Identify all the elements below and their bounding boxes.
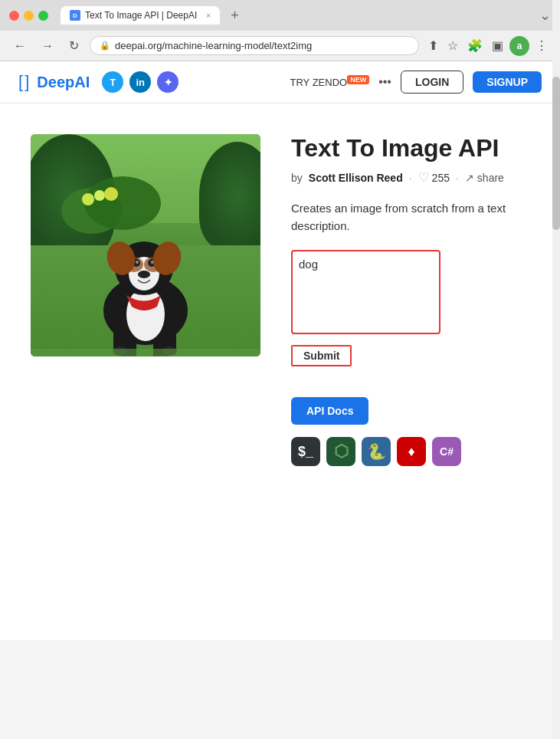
svg-point-2	[82, 193, 94, 205]
browser-titlebar: D Text To Image API | DeepAI × + ⌄	[0, 0, 560, 31]
logo-text: DeepAI	[37, 74, 90, 91]
login-button[interactable]: LOGIN	[401, 71, 463, 94]
minimize-window-button[interactable]	[24, 11, 34, 21]
svg-rect-26	[31, 349, 260, 356]
site-header: [ ] DeepAI T in ✦ TRY ZENDONEW ••• LOGIN…	[0, 61, 560, 103]
url-text: deepai.org/machine-learning-model/text2i…	[115, 40, 312, 51]
bookmark-button[interactable]: ☆	[444, 35, 461, 56]
toolbar-actions: ⬆ ☆ 🧩 ▣ a ⋮	[425, 35, 551, 56]
svg-point-6	[126, 287, 165, 341]
traffic-lights	[9, 11, 48, 21]
heart-icon: ♡	[418, 170, 429, 185]
social-icons: T in ✦	[102, 71, 178, 93]
description-text: Creates an image from scratch from a tex…	[291, 200, 529, 235]
svg-point-13	[136, 261, 139, 264]
share-label: share	[477, 172, 504, 184]
refresh-button[interactable]: ↻	[64, 37, 84, 54]
language-icons: $_ ⬡ 🐍 ♦ C#	[291, 437, 529, 466]
author-name[interactable]: Scott Ellison Reed	[309, 172, 403, 184]
dots-menu-button[interactable]: •••	[378, 75, 391, 89]
scrollbar[interactable]	[552, 0, 560, 739]
dot-separator-2: ·	[456, 172, 459, 184]
tab-favicon: D	[70, 10, 80, 21]
sidebar-button[interactable]: ▣	[489, 35, 506, 56]
ruby-icon[interactable]: ♦	[397, 437, 426, 466]
image-panel	[31, 134, 260, 609]
browser-toolbar: ← → ↻ 🔒 deepai.org/machine-learning-mode…	[0, 31, 560, 61]
main-content: Text To Image API by Scott Ellison Reed …	[0, 103, 560, 640]
logo-bracket: [ ]	[18, 72, 28, 92]
submit-button[interactable]: Submit	[291, 345, 352, 366]
maximize-window-button[interactable]	[38, 11, 48, 21]
dog-scene	[31, 134, 260, 356]
author-line: by Scott Ellison Reed · ♡ 255 · ↗ share	[291, 170, 529, 185]
nodejs-icon[interactable]: ⬡	[326, 437, 355, 466]
share-icon: ↗	[465, 172, 474, 184]
lock-icon: 🔒	[100, 41, 110, 51]
menu-button[interactable]: ⋮	[532, 35, 551, 56]
share-button[interactable]: ↗ share	[465, 172, 504, 184]
api-docs-button[interactable]: API Docs	[291, 397, 368, 425]
forward-button[interactable]: →	[37, 38, 58, 54]
info-panel: Text To Image API by Scott Ellison Reed …	[291, 134, 529, 609]
close-window-button[interactable]	[9, 11, 19, 21]
svg-point-1	[84, 176, 161, 230]
tab-overflow-button[interactable]: ⌄	[539, 7, 551, 24]
text-input[interactable]: dog	[291, 250, 440, 334]
page-title: Text To Image API	[291, 134, 529, 163]
try-zendo-label[interactable]: TRY ZENDONEW	[290, 76, 370, 88]
new-tab-button[interactable]: +	[226, 8, 244, 24]
scrollbar-thumb[interactable]	[552, 77, 560, 230]
discord-icon[interactable]: ✦	[157, 71, 178, 93]
header-right: TRY ZENDONEW ••• LOGIN SIGNUP	[290, 71, 542, 94]
author-prefix: by	[291, 172, 303, 184]
like-count: 255	[432, 172, 450, 184]
svg-point-3	[94, 190, 105, 201]
user-avatar[interactable]: a	[509, 36, 529, 56]
share-toolbar-button[interactable]: ⬆	[425, 35, 441, 56]
tab-title: Text To Image API | DeepAI	[85, 10, 197, 21]
back-button[interactable]: ←	[9, 38, 31, 54]
browser-chrome: D Text To Image API | DeepAI × + ⌄ ← → ↻…	[0, 0, 560, 61]
dog-svg	[31, 134, 260, 356]
preview-image	[31, 134, 260, 356]
tab-close-button[interactable]: ×	[206, 11, 211, 20]
csharp-icon[interactable]: C#	[432, 437, 461, 466]
address-bar[interactable]: 🔒 deepai.org/machine-learning-model/text…	[90, 36, 419, 55]
twitter-icon[interactable]: T	[102, 71, 123, 93]
browser-tab[interactable]: D Text To Image API | DeepAI ×	[61, 6, 220, 25]
svg-point-4	[104, 187, 118, 201]
extensions-button[interactable]: 🧩	[464, 35, 486, 56]
linkedin-icon[interactable]: in	[129, 71, 151, 93]
bash-icon[interactable]: $_	[291, 437, 320, 466]
python-icon[interactable]: 🐍	[362, 437, 391, 466]
try-zendo-text: TRY ZENDO	[290, 77, 348, 88]
new-badge: NEW	[347, 75, 369, 84]
dot-separator: ·	[409, 172, 412, 184]
like-button[interactable]: ♡ 255	[418, 170, 450, 185]
signup-button[interactable]: SIGNUP	[473, 71, 542, 93]
svg-point-15	[138, 271, 150, 278]
